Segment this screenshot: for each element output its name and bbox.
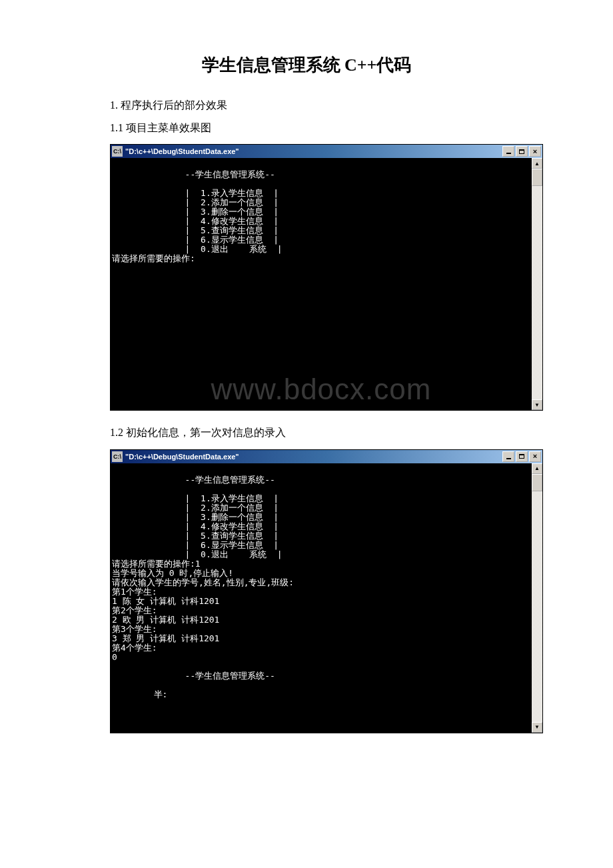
console-body: --学生信息管理系统-- | 1.录入学生信息 | | 2.添加一个信息 | |… xyxy=(111,158,542,410)
menu-item-1: | 1.录入学生信息 | xyxy=(112,188,279,198)
section-1-heading: 1. 程序执行后的部分效果 xyxy=(110,97,503,114)
console-body: --学生信息管理系统-- | 1.录入学生信息 | | 2.添加一个信息 | |… xyxy=(111,463,542,733)
menu-item-4: | 4.修改学生信息 | xyxy=(112,521,279,531)
menu-item-3: | 3.删除一个信息 | xyxy=(112,207,279,217)
menu-item-0: | 0.退出 系统 | xyxy=(112,244,283,254)
student-4-label: 第4个学生: xyxy=(112,643,157,653)
prompt-selection: 请选择所需要的操作:1 xyxy=(112,559,201,569)
titlebar: C:\ "D:\c++\Debug\StudentData.exe" × xyxy=(111,145,542,158)
menu-item-6: | 6.显示学生信息 | xyxy=(112,235,279,245)
section-1-2-heading: 1.2 初始化信息，第一次对信息的录入 xyxy=(110,424,503,441)
student-2-data: 2 欧 男 计算机 计科1201 xyxy=(112,615,219,625)
scroll-track[interactable] xyxy=(532,474,542,722)
maximize-icon xyxy=(519,454,524,459)
scroll-track[interactable] xyxy=(532,169,542,399)
scroll-down-button[interactable]: ▼ xyxy=(532,722,542,733)
menu-item-4: | 4.修改学生信息 | xyxy=(112,216,279,226)
app-icon: C:\ xyxy=(112,146,123,157)
section-1-1-heading: 1.1 项目主菜单效果图 xyxy=(110,119,503,137)
console-window-2: C:\ "D:\c++\Debug\StudentData.exe" × --学… xyxy=(110,449,543,733)
menu-item-5: | 5.查询学生信息 | xyxy=(112,225,279,235)
student-3-data: 3 郑 男 计算机 计科1201 xyxy=(112,633,219,643)
scroll-thumb[interactable] xyxy=(532,474,542,491)
prompt-text: 请选择所需要的操作: xyxy=(112,253,195,263)
student-3-label: 第3个学生: xyxy=(112,624,157,634)
vertical-scrollbar[interactable]: ▲ ▼ xyxy=(532,158,542,410)
menu-item-2: | 2.添加一个信息 | xyxy=(112,503,279,513)
menu-item-3: | 3.删除一个信息 | xyxy=(112,512,279,522)
scroll-up-button[interactable]: ▲ xyxy=(532,158,542,169)
student-1-data: 1 陈 女 计算机 计科1201 xyxy=(112,596,219,606)
student-1-label: 第1个学生: xyxy=(112,587,157,597)
watermark-text: www.bdocx.com xyxy=(211,385,432,394)
maximize-icon xyxy=(519,149,524,154)
minimize-button[interactable] xyxy=(502,451,514,462)
document-page: 学生信息管理系统 C++代码 1. 程序执行后的部分效果 1.1 项目主菜单效果… xyxy=(0,0,613,773)
close-button[interactable]: × xyxy=(529,451,541,462)
vertical-scrollbar[interactable]: ▲ ▼ xyxy=(532,463,542,733)
menu-item-5: | 5.查询学生信息 | xyxy=(112,531,279,541)
menu-item-0: | 0.退出 系统 | xyxy=(112,549,283,559)
menu-item-6: | 6.显示学生信息 | xyxy=(112,540,279,550)
maximize-button[interactable] xyxy=(516,146,528,157)
minimize-icon xyxy=(506,149,511,154)
document-title: 学生信息管理系统 C++代码 xyxy=(110,53,503,77)
titlebar: C:\ "D:\c++\Debug\StudentData.exe" × xyxy=(111,450,542,463)
student-2-label: 第2个学生: xyxy=(112,605,157,615)
menu-item-1: | 1.录入学生信息 | xyxy=(112,493,279,503)
window-title-text: "D:\c++\Debug\StudentData.exe" xyxy=(125,147,502,155)
minimize-icon xyxy=(506,454,511,459)
menu-item-2: | 2.添加一个信息 | xyxy=(112,197,279,207)
partial-line: 半: xyxy=(112,689,167,699)
console-output: --学生信息管理系统-- | 1.录入学生信息 | | 2.添加一个信息 | |… xyxy=(111,463,532,733)
input-hint-2: 请依次输入学生的学号,姓名,性别,专业,班级: xyxy=(112,577,294,587)
window-title-text: "D:\c++\Debug\StudentData.exe" xyxy=(125,453,502,461)
console-header: --学生信息管理系统-- xyxy=(112,475,275,485)
console-output: --学生信息管理系统-- | 1.录入学生信息 | | 2.添加一个信息 | |… xyxy=(111,158,532,410)
scroll-thumb[interactable] xyxy=(532,169,542,186)
app-icon: C:\ xyxy=(112,451,123,462)
maximize-button[interactable] xyxy=(516,451,528,462)
input-hint-1: 当学号输入为 0 时,停止输入! xyxy=(112,568,233,578)
window-buttons: × xyxy=(502,146,541,157)
close-button[interactable]: × xyxy=(529,146,541,157)
student-4-data: 0 xyxy=(112,652,117,662)
console-window-1: C:\ "D:\c++\Debug\StudentData.exe" × --学… xyxy=(110,144,543,411)
console-footer: --学生信息管理系统-- xyxy=(112,671,275,681)
scroll-down-button[interactable]: ▼ xyxy=(532,399,542,410)
minimize-button[interactable] xyxy=(502,146,514,157)
scroll-up-button[interactable]: ▲ xyxy=(532,463,542,474)
console-header: --学生信息管理系统-- xyxy=(112,169,275,179)
window-buttons: × xyxy=(502,451,541,462)
